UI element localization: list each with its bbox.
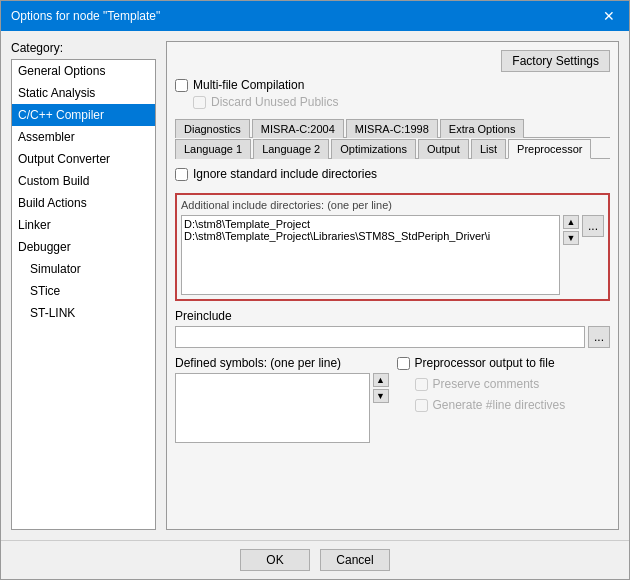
tab-diagnostics[interactable]: Diagnostics [175,119,250,138]
tab-misra1998[interactable]: MISRA-C:1998 [346,119,438,138]
output-section: Preprocessor output to file Preserve com… [397,356,611,521]
defined-textarea-row: ▲ ▼ [175,373,389,521]
ignore-checkbox[interactable] [175,168,188,181]
factory-settings-button[interactable]: Factory Settings [501,50,610,72]
footer: OK Cancel [1,540,629,579]
category-list: General OptionsStatic AnalysisC/C++ Comp… [11,59,156,530]
factory-row: Factory Settings [175,50,610,72]
preinclude-input[interactable] [175,326,585,348]
close-button[interactable]: ✕ [599,8,619,24]
dir-area-row: D:\stm8\Template_Project D:\stm8\Templat… [181,215,604,295]
additional-directories-textarea[interactable]: D:\stm8\Template_Project D:\stm8\Templat… [181,215,560,295]
sidebar-item-st-link[interactable]: ST-LINK [12,302,155,324]
tabs-row2: Language 1 Language 2 Optimizations Outp… [175,138,610,159]
preprocessor-output-checkbox[interactable] [397,357,410,370]
tab-output[interactable]: Output [418,139,469,159]
additional-browse-button[interactable]: ... [582,215,604,237]
tab-extra-options[interactable]: Extra Options [440,119,525,138]
preinclude-section: Preinclude ... [175,309,610,348]
generate-line-checkbox[interactable] [415,399,428,412]
preserve-comments-checkbox[interactable] [415,378,428,391]
dir-scroll-down-btn[interactable]: ▼ [563,231,579,245]
ok-button[interactable]: OK [240,549,310,571]
tabs-row1: Diagnostics MISRA-C:2004 MISRA-C:1998 Ex… [175,118,610,138]
sidebar-item-cc-compiler[interactable]: C/C++ Compiler [12,104,155,126]
dialog-title: Options for node "Template" [11,9,160,23]
tab-misra2004[interactable]: MISRA-C:2004 [252,119,344,138]
tab-language2[interactable]: Language 2 [253,139,329,159]
category-label: Category: [11,41,156,55]
preserve-comments-row: Preserve comments [415,377,611,391]
sidebar-item-linker[interactable]: Linker [12,214,155,236]
sidebar-item-output-converter[interactable]: Output Converter [12,148,155,170]
dialog-body: Category: General OptionsStatic Analysis… [1,31,629,540]
defined-symbols-textarea[interactable] [175,373,370,443]
sidebar-item-general-options[interactable]: General Options [12,60,155,82]
preserve-comments-label: Preserve comments [433,377,540,391]
main-dialog: Options for node "Template" ✕ Category: … [0,0,630,580]
additional-include-section: Additional include directories: (one per… [175,193,610,301]
sidebar-item-assembler[interactable]: Assembler [12,126,155,148]
discard-row: Discard Unused Publics [193,95,610,109]
multifile-checkbox[interactable] [175,79,188,92]
dir-scroll-up-btn[interactable]: ▲ [563,215,579,229]
discard-label: Discard Unused Publics [211,95,338,109]
discard-checkbox[interactable] [193,96,206,109]
defined-scroll-buttons: ▲ ▼ [373,373,389,521]
cancel-button[interactable]: Cancel [320,549,390,571]
defined-scroll-down-btn[interactable]: ▼ [373,389,389,403]
multifile-row: Multi-file Compilation [175,78,610,92]
sidebar-item-static-analysis[interactable]: Static Analysis [12,82,155,104]
tab-list[interactable]: List [471,139,506,159]
sidebar-item-simulator[interactable]: Simulator [12,258,155,280]
generate-line-row: Generate #line directives [415,398,611,412]
bottom-area: Defined symbols: (one per line) ▲ ▼ [175,356,610,521]
preinclude-browse-button[interactable]: ... [588,326,610,348]
dir-side-buttons: ▲ ▼ [563,215,579,295]
sidebar-item-custom-build[interactable]: Custom Build [12,170,155,192]
defined-scroll-up-btn[interactable]: ▲ [373,373,389,387]
multifile-label: Multi-file Compilation [193,78,304,92]
sidebar: Category: General OptionsStatic Analysis… [11,41,156,530]
sidebar-item-debugger[interactable]: Debugger [12,236,155,258]
preprocessor-output-row: Preprocessor output to file [397,356,611,370]
preinclude-row: ... [175,326,610,348]
defined-label: Defined symbols: (one per line) [175,356,389,370]
sidebar-item-build-actions[interactable]: Build Actions [12,192,155,214]
title-bar: Options for node "Template" ✕ [1,1,629,31]
content-area: Ignore standard include directories Addi… [175,167,610,521]
ignore-row: Ignore standard include directories [175,167,610,181]
additional-section-label: Additional include directories: (one per… [181,199,604,211]
preprocessor-output-label: Preprocessor output to file [415,356,555,370]
main-panel: Factory Settings Multi-file Compilation … [166,41,619,530]
sidebar-item-stice[interactable]: STice [12,280,155,302]
tab-optimizations[interactable]: Optimizations [331,139,416,159]
generate-line-label: Generate #line directives [433,398,566,412]
ignore-label: Ignore standard include directories [193,167,377,181]
tab-language1[interactable]: Language 1 [175,139,251,159]
defined-symbols-section: Defined symbols: (one per line) ▲ ▼ [175,356,389,521]
tab-preprocessor[interactable]: Preprocessor [508,139,591,159]
preinclude-label: Preinclude [175,309,610,323]
